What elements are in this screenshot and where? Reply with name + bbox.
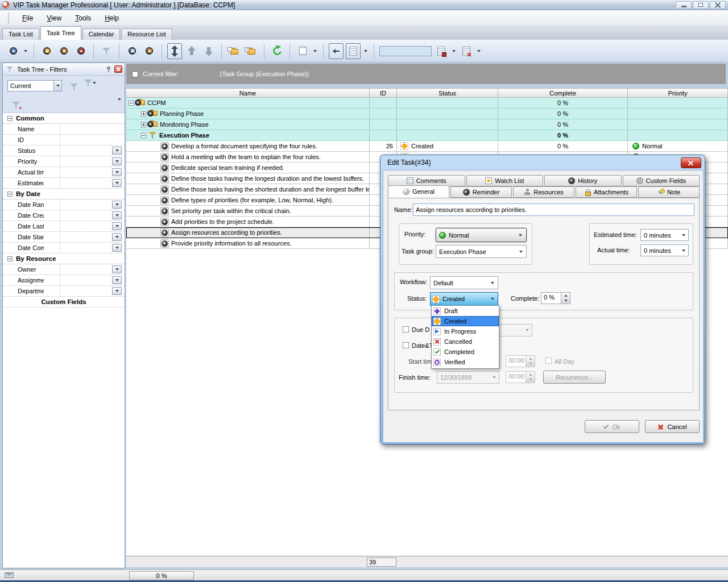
delete-task-button[interactable] — [73, 43, 88, 59]
tab-task-list[interactable]: Task List — [2, 28, 39, 40]
filter-row-owner[interactable]: Owner — [3, 264, 125, 275]
column-name[interactable]: Name — [126, 89, 370, 97]
print-dropdown[interactable] — [312, 43, 318, 59]
collapse-icon[interactable] — [7, 192, 13, 197]
tab-attachments[interactable]: Attachments — [576, 186, 637, 198]
dropdown-button[interactable] — [112, 157, 122, 165]
delete-layout-button[interactable] — [459, 43, 474, 59]
group-row-execution[interactable]: Execution Phase 0 % — [126, 130, 728, 141]
filters-more-dropdown[interactable] — [118, 101, 121, 107]
date-time-checkbox[interactable] — [403, 342, 409, 348]
status-option-in-progress[interactable]: In Progress — [432, 326, 499, 336]
move-up-button[interactable] — [184, 43, 199, 59]
refresh-button[interactable] — [270, 43, 284, 59]
expand-toggle[interactable] — [141, 111, 146, 117]
status-combobox[interactable]: Created — [430, 292, 498, 306]
status-option-draft[interactable]: Draft — [432, 306, 499, 316]
edit-task-button[interactable] — [56, 43, 71, 59]
status-option-completed[interactable]: Completed — [432, 347, 499, 357]
tab-resources[interactable]: Resources — [513, 186, 574, 198]
dropdown-button[interactable] — [112, 233, 122, 241]
assign-resources-button[interactable] — [125, 43, 139, 59]
add-subtask-button[interactable] — [39, 43, 54, 59]
filter-row-actual-time[interactable]: Actual time — [3, 167, 125, 178]
expand-toggle[interactable] — [141, 122, 146, 127]
custom-fields-header[interactable]: Custom Fields — [3, 297, 125, 307]
dropdown-button[interactable] — [112, 287, 122, 295]
expand-all-button[interactable]: + — [244, 43, 259, 59]
tab-comments[interactable]: Comments — [388, 175, 465, 186]
dialog-close-button[interactable] — [681, 157, 701, 168]
filter-row-date-last-modified[interactable]: Date Last M — [3, 221, 125, 232]
filter-preset-combobox[interactable]: Current — [7, 80, 62, 92]
workflow-combobox[interactable]: Default — [430, 276, 498, 289]
filter-row-status[interactable]: Status — [3, 146, 125, 156]
tab-custom-fields[interactable]: Custom Fields — [623, 175, 700, 186]
save-layout-dropdown[interactable] — [451, 43, 457, 59]
collapse-toggle[interactable] — [129, 101, 134, 106]
customize-columns-dropdown[interactable] — [363, 43, 369, 59]
save-filter-button[interactable] — [84, 79, 96, 87]
tab-watch-list[interactable]: Watch List — [466, 175, 544, 186]
column-status[interactable]: Status — [397, 89, 498, 97]
pin-icon[interactable] — [106, 66, 111, 73]
dropdown-button[interactable] — [112, 244, 122, 252]
menu-view[interactable]: View — [41, 13, 67, 24]
tab-general[interactable]: General — [388, 185, 449, 198]
finish-date-combobox[interactable]: 12/30/1899 — [437, 371, 499, 384]
actual-time-combobox[interactable]: 0 minutes — [640, 244, 689, 256]
estimated-time-combobox[interactable]: 0 minutes — [640, 229, 689, 241]
collapse-all-button[interactable]: - — [227, 43, 242, 59]
delete-layout-dropdown[interactable] — [476, 43, 482, 59]
layout-combobox[interactable] — [379, 46, 432, 56]
collapse-icon[interactable] — [7, 256, 13, 261]
filter-row-date-created[interactable]: Date Create — [3, 210, 125, 221]
ok-button[interactable]: Ok — [585, 420, 639, 433]
menu-file[interactable]: File — [16, 13, 39, 24]
priority-combobox[interactable]: Normal — [436, 228, 527, 242]
task-row[interactable]: Develop a formal document specifying the… — [126, 141, 728, 152]
group-row-ccpm[interactable]: CCPM 0 % — [126, 98, 728, 109]
add-task-button[interactable] — [6, 43, 20, 59]
tab-calendar[interactable]: Calendar — [82, 28, 121, 40]
dropdown-button[interactable] — [112, 147, 122, 155]
dropdown-button[interactable] — [112, 265, 122, 273]
save-layout-button[interactable] — [434, 43, 449, 59]
menu-help[interactable]: Help — [99, 13, 125, 24]
task-group-combobox[interactable]: Execution Phase — [436, 245, 527, 258]
filter-row-estimated-time[interactable]: Estimated Ti — [3, 178, 125, 189]
minimize-button[interactable] — [676, 1, 692, 9]
filter-row-department[interactable]: Department — [3, 286, 125, 297]
move-down-button[interactable] — [201, 43, 216, 59]
menu-tools[interactable]: Tools — [69, 13, 97, 24]
filter-row-date-range[interactable]: Date Range — [3, 199, 125, 210]
add-task-dropdown[interactable] — [23, 43, 28, 59]
close-button[interactable] — [710, 1, 726, 9]
set-priority-button[interactable] — [142, 43, 156, 59]
status-option-verified[interactable]: Verified — [432, 357, 499, 367]
restore-button[interactable] — [693, 1, 709, 9]
column-complete[interactable]: Complete — [498, 89, 628, 97]
all-day-checkbox[interactable] — [545, 357, 552, 364]
complete-spinner[interactable]: 0 % — [541, 292, 570, 304]
cancel-button[interactable]: Cancel — [645, 420, 700, 433]
filter-row-name[interactable]: Name — [3, 124, 125, 135]
dropdown-button[interactable] — [112, 179, 122, 187]
filter-preset-caret[interactable] — [53, 81, 61, 91]
tab-note[interactable]: Note — [638, 186, 700, 198]
group-by-resource[interactable]: By Resource — [3, 253, 125, 264]
finish-time-spinner[interactable]: 00:00 — [506, 371, 535, 383]
task-name-input[interactable] — [413, 203, 694, 216]
collapse-icon[interactable] — [7, 116, 13, 121]
apply-filter-button[interactable] — [67, 79, 81, 95]
move-updown-button[interactable] — [167, 43, 182, 59]
dropdown-button[interactable] — [112, 276, 122, 284]
filter-row-date-started[interactable]: Date Startec — [3, 232, 125, 243]
due-date-checkbox[interactable] — [403, 326, 409, 332]
column-priority[interactable]: Priority — [628, 89, 728, 97]
tab-history[interactable]: History — [544, 175, 622, 186]
dropdown-button[interactable] — [112, 211, 122, 219]
clear-filter-button[interactable]: x — [9, 97, 23, 113]
group-row-planning[interactable]: Planning Phase 0 % — [126, 109, 728, 119]
fit-columns-button[interactable] — [329, 43, 344, 59]
